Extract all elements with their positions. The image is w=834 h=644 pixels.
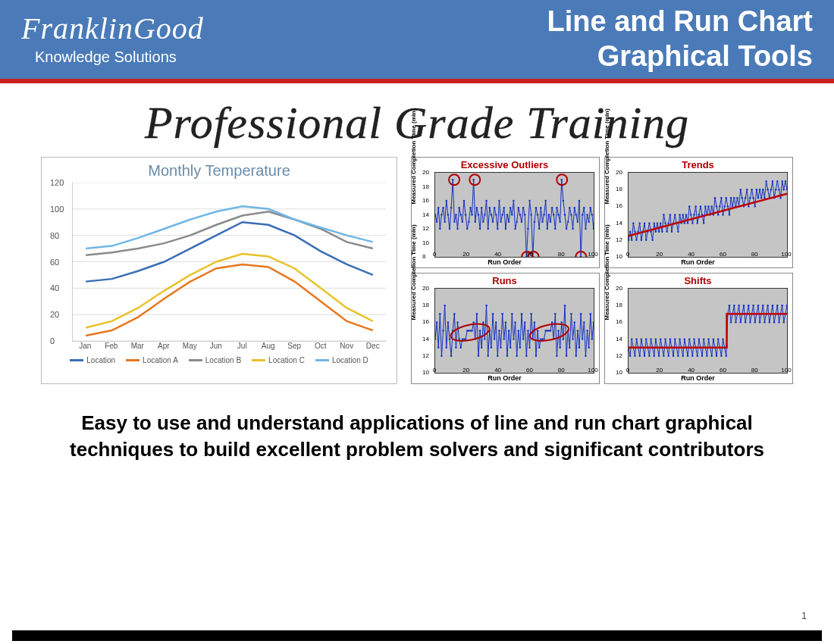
svg-point-175 [727, 205, 729, 207]
svg-point-50 [503, 207, 505, 208]
svg-point-15 [447, 214, 449, 215]
svg-point-89 [566, 228, 567, 230]
chart-title: Excessive Outliers [413, 159, 596, 170]
svg-point-269 [522, 338, 524, 339]
svg-point-30 [471, 214, 472, 215]
svg-point-71 [537, 214, 538, 215]
svg-point-193 [756, 189, 757, 190]
svg-point-28 [468, 221, 469, 223]
svg-point-262 [511, 313, 513, 314]
svg-point-261 [509, 347, 511, 349]
svg-point-176 [729, 214, 730, 215]
svg-point-156 [697, 222, 698, 224]
svg-point-84 [557, 214, 559, 215]
svg-point-329 [648, 355, 650, 357]
svg-point-305 [580, 313, 582, 314]
svg-point-197 [762, 189, 763, 190]
svg-point-218 [441, 355, 442, 357]
svg-point-203 [772, 180, 773, 182]
svg-point-397 [757, 305, 759, 306]
svg-point-67 [530, 214, 531, 215]
svg-point-272 [527, 330, 528, 331]
svg-point-63 [524, 214, 525, 215]
svg-point-104 [590, 207, 591, 208]
svg-point-209 [781, 180, 782, 182]
svg-point-385 [738, 305, 739, 306]
svg-point-188 [748, 205, 749, 207]
y-axis-label: Measured Completion Time (min) [410, 224, 417, 320]
svg-point-41 [489, 207, 491, 208]
svg-point-324 [641, 338, 642, 339]
brand-name: FranklinGood [21, 14, 204, 44]
svg-point-190 [751, 189, 752, 190]
svg-point-58 [516, 221, 517, 223]
svg-point-251 [494, 338, 495, 339]
svg-point-83 [556, 207, 557, 208]
svg-point-45 [495, 214, 497, 215]
outliers-chart: Excessive Outliers Measured Completion T… [411, 157, 600, 268]
chart-title: Runs [413, 275, 596, 286]
svg-point-333 [655, 338, 657, 339]
svg-point-219 [442, 330, 444, 331]
svg-point-268 [521, 313, 522, 314]
footer-bar [12, 630, 822, 641]
svg-point-136 [664, 222, 666, 224]
svg-point-336 [660, 338, 661, 339]
svg-point-271 [525, 355, 527, 357]
svg-point-237 [471, 330, 472, 331]
svg-point-12 [442, 207, 444, 208]
svg-point-298 [569, 347, 570, 349]
svg-point-263 [513, 338, 514, 339]
svg-point-194 [757, 197, 759, 199]
svg-point-121 [641, 239, 642, 241]
svg-point-296 [566, 355, 567, 357]
svg-point-245 [484, 338, 485, 339]
svg-point-216 [437, 347, 439, 349]
svg-point-126 [648, 222, 650, 224]
header-bar: FranklinGood Knowledge Solutions Line an… [0, 0, 834, 83]
svg-point-347 [677, 355, 679, 357]
svg-point-54 [509, 207, 511, 208]
svg-point-242 [479, 330, 481, 331]
svg-point-274 [530, 313, 531, 314]
svg-point-339 [664, 338, 666, 339]
svg-point-264 [514, 321, 516, 323]
svg-point-65 [527, 228, 528, 230]
svg-point-236 [469, 330, 471, 331]
svg-point-383 [735, 321, 736, 323]
svg-point-321 [635, 338, 637, 339]
svg-point-74 [541, 221, 543, 223]
svg-point-184 [742, 197, 743, 199]
svg-point-34 [478, 214, 479, 215]
svg-point-38 [484, 214, 485, 215]
svg-point-79 [550, 221, 551, 223]
svg-point-229 [458, 338, 459, 339]
x-axis-label: Run Order [607, 374, 789, 382]
svg-point-377 [726, 355, 727, 357]
svg-point-88 [564, 214, 566, 215]
svg-point-151 [688, 205, 690, 207]
run-chart-grid: Excessive Outliers Measured Completion T… [411, 157, 793, 384]
main-plot-area: 020406080100120 [72, 183, 386, 342]
svg-point-137 [666, 231, 667, 233]
svg-point-29 [469, 207, 471, 208]
page-title: Line and Run Chart Graphical Tools [547, 5, 813, 73]
svg-point-130 [655, 231, 657, 233]
svg-point-178 [732, 205, 733, 207]
svg-point-11 [441, 214, 442, 215]
svg-point-118 [635, 239, 637, 241]
svg-point-77 [547, 228, 548, 230]
svg-point-403 [767, 305, 768, 306]
svg-point-235 [468, 330, 469, 331]
svg-point-85 [559, 221, 560, 223]
svg-point-22 [458, 207, 459, 208]
svg-point-40 [487, 228, 488, 230]
svg-point-44 [494, 207, 495, 208]
svg-point-247 [487, 355, 488, 357]
chart-title: Monthly Temperature [48, 162, 390, 180]
svg-point-368 [711, 355, 713, 357]
svg-point-267 [519, 347, 521, 349]
svg-point-279 [538, 347, 540, 349]
svg-point-135 [663, 214, 664, 215]
svg-point-101 [585, 228, 586, 230]
